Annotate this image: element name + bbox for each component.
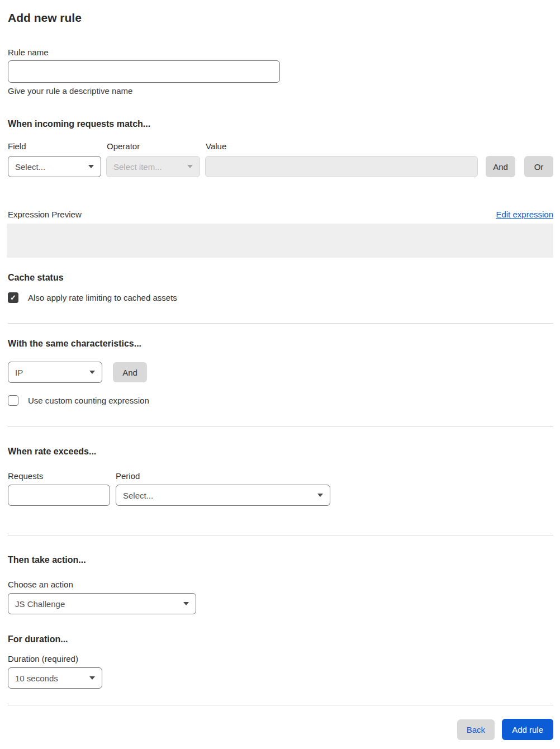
- chevron-down-icon: [89, 676, 95, 680]
- section-divider: [8, 535, 553, 535]
- duration-select-value: 10 seconds: [15, 674, 58, 683]
- characteristic-select[interactable]: IP: [8, 362, 102, 383]
- value-input[interactable]: [205, 156, 478, 177]
- requests-label: Requests: [8, 471, 116, 481]
- chevron-down-icon: [89, 371, 95, 374]
- rule-name-label: Rule name: [8, 48, 553, 57]
- action-heading: Then take action...: [8, 555, 553, 565]
- cached-assets-checkbox[interactable]: ✓: [8, 292, 18, 303]
- or-button[interactable]: Or: [524, 156, 553, 177]
- page-title: Add new rule: [8, 11, 553, 25]
- add-rule-form: Add new rule Rule name Give your rule a …: [0, 0, 560, 740]
- duration-select[interactable]: 10 seconds: [8, 667, 102, 689]
- rule-name-section: Rule name Give your rule a descriptive n…: [8, 48, 553, 96]
- duration-label: Duration (required): [8, 654, 553, 663]
- action-select-value: JS Challenge: [15, 599, 65, 609]
- footer-buttons: Back Add rule: [8, 719, 553, 740]
- operator-select-value: Select item...: [113, 162, 162, 172]
- requests-input[interactable]: [8, 485, 110, 506]
- chevron-down-icon: [317, 494, 323, 497]
- choose-action-label: Choose an action: [8, 580, 553, 589]
- match-section-heading: When incoming requests match...: [8, 119, 553, 129]
- period-label: Period: [116, 471, 140, 481]
- counting-checkbox-label: Use custom counting expression: [28, 396, 149, 405]
- add-rule-button[interactable]: Add rule: [502, 719, 553, 740]
- custom-counting-checkbox[interactable]: [8, 395, 18, 406]
- and-button[interactable]: And: [486, 156, 515, 177]
- section-divider: [8, 426, 553, 427]
- cache-checkbox-row: ✓ Also apply rate limiting to cached ass…: [8, 292, 553, 303]
- rate-labels-row: Requests Period: [8, 471, 553, 481]
- expression-preview-label: Expression Preview: [8, 210, 82, 219]
- back-button[interactable]: Back: [457, 719, 495, 740]
- operator-label: Operator: [107, 141, 206, 151]
- rule-name-helper: Give your rule a descriptive name: [8, 86, 553, 96]
- chevron-down-icon: [88, 165, 94, 168]
- rate-heading: When rate exceeds...: [8, 447, 553, 457]
- field-select[interactable]: Select...: [8, 156, 101, 177]
- period-select[interactable]: Select...: [116, 485, 330, 506]
- checkmark-icon: ✓: [10, 293, 16, 302]
- operator-select[interactable]: Select item...: [106, 156, 200, 177]
- characteristics-heading: With the same characteristics...: [8, 339, 553, 349]
- characteristics-controls: IP And: [8, 362, 553, 383]
- rate-controls-row: Select...: [8, 485, 553, 506]
- section-divider: [8, 323, 553, 324]
- expression-preview-box: [7, 224, 553, 258]
- chevron-down-icon: [187, 165, 193, 168]
- cache-status-heading: Cache status: [8, 273, 553, 283]
- footer-divider: [8, 705, 553, 705]
- match-controls-row: Select... Select item... And Or: [8, 156, 553, 177]
- rule-name-input[interactable]: [8, 60, 280, 83]
- edit-expression-link[interactable]: Edit expression: [496, 210, 553, 219]
- counting-expression-row: Use custom counting expression: [8, 395, 553, 406]
- characteristic-and-button[interactable]: And: [113, 362, 147, 382]
- period-select-value: Select...: [123, 491, 153, 500]
- field-select-value: Select...: [15, 162, 45, 172]
- match-labels-row: Field Operator Value: [8, 141, 553, 151]
- duration-heading: For duration...: [8, 634, 553, 644]
- characteristic-select-value: IP: [15, 368, 23, 377]
- action-select[interactable]: JS Challenge: [8, 593, 196, 614]
- expression-preview-row: Expression Preview Edit expression: [8, 210, 553, 219]
- chevron-down-icon: [183, 602, 189, 605]
- value-label: Value: [206, 141, 226, 151]
- cache-checkbox-label: Also apply rate limiting to cached asset…: [28, 293, 177, 302]
- field-label: Field: [8, 141, 107, 151]
